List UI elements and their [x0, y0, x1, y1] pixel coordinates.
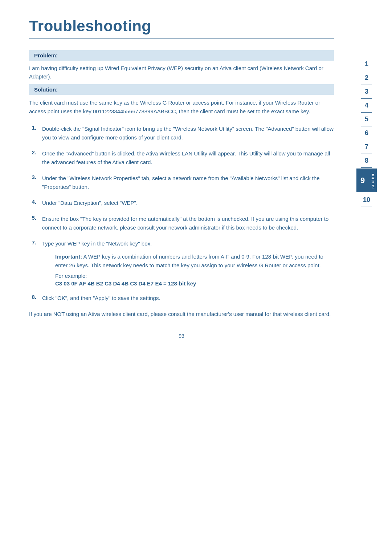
- page-number: 93: [29, 333, 334, 339]
- step-number-5: 5.: [29, 215, 36, 221]
- step-number-2: 2.: [29, 149, 36, 155]
- solution-box: Solution:: [29, 84, 334, 95]
- sidebar-item-7[interactable]: 7: [359, 141, 375, 153]
- sidebar-item-4[interactable]: 4: [359, 100, 375, 111]
- important-label: Important:: [55, 253, 82, 260]
- sidebar-num-10: 10: [363, 196, 370, 203]
- sidebar-num-7: 7: [365, 143, 368, 150]
- step-7-sub: Important: A WEP key is a combination of…: [42, 252, 334, 287]
- step-text-5: Ensure the box "The key is provided for …: [42, 215, 334, 232]
- sidebar-num-9-active: 9: [356, 169, 369, 192]
- sidebar-divider-5: [361, 126, 372, 126]
- sidebar-item-6[interactable]: 6: [359, 127, 375, 139]
- sidebar-num-1: 1: [365, 60, 368, 68]
- sidebar-divider-4: [361, 112, 372, 113]
- step-text-8: Click "OK", and then "Apply" to save the…: [42, 294, 334, 303]
- step-number-7: 7.: [29, 239, 36, 245]
- example-key: C3 03 0F AF 4B B2 C3 D4 4B C3 D4 E7 E4 =…: [55, 280, 334, 287]
- step-item-1: 1. Double-click the "Signal Indicator" i…: [29, 125, 334, 142]
- sidebar-item-2[interactable]: 2: [359, 72, 375, 84]
- step-number-4: 4.: [29, 199, 36, 205]
- sidebar-item-10[interactable]: 10: [359, 194, 375, 206]
- problem-label: Problem:: [34, 52, 58, 58]
- page-container: Troubleshooting Problem: I am having dif…: [0, 0, 392, 560]
- sidebar-item-9-active-group[interactable]: 9 section: [356, 169, 377, 192]
- step-text-4: Under "Data Encryption", select "WEP".: [42, 199, 334, 207]
- step-number-8: 8.: [29, 294, 36, 300]
- sidebar-divider-9: [361, 193, 372, 193]
- solution-label: Solution:: [34, 86, 58, 93]
- problem-text: I am having difficulty setting up Wired …: [29, 64, 334, 81]
- sidebar-num-3: 3: [365, 88, 368, 95]
- step-number-1: 1.: [29, 125, 36, 131]
- solution-text: The client card must use the same key as…: [29, 98, 334, 116]
- step-item-7: 7. Type your WEP key in the "Network key…: [29, 239, 334, 287]
- problem-box: Problem:: [29, 50, 334, 61]
- step-text-2: Once the "Advanced" button is clicked, t…: [42, 149, 334, 167]
- sidebar-num-2: 2: [365, 74, 368, 81]
- sidebar-num-5: 5: [365, 115, 368, 123]
- step-number-3: 3.: [29, 174, 36, 180]
- step-item-3: 3. Under the "Wireless Network Propertie…: [29, 174, 334, 191]
- sidebar-divider-6: [361, 140, 372, 140]
- sidebar-section-label: section: [369, 169, 377, 192]
- step-7-important-text: A WEP key is a combination of numbers an…: [55, 253, 323, 268]
- step-text-3: Under the "Wireless Network Properties" …: [42, 174, 334, 191]
- sidebar-divider-3: [361, 98, 372, 99]
- sidebar-num-6: 6: [365, 129, 368, 137]
- step-item-4: 4. Under "Data Encryption", select "WEP"…: [29, 199, 334, 207]
- footer-note: If you are NOT using an Ativa wireless c…: [29, 310, 334, 318]
- sidebar-num-8: 8: [365, 157, 368, 164]
- page-title: Troubleshooting: [29, 17, 334, 35]
- sidebar: 1 2 3 4 5 6 7: [356, 0, 377, 560]
- sidebar-num-4: 4: [365, 102, 368, 109]
- step-text-7: Type your WEP key in the "Network key" b…: [42, 240, 152, 247]
- step-item-2: 2. Once the "Advanced" button is clicked…: [29, 149, 334, 167]
- title-divider: [29, 38, 334, 38]
- sidebar-divider-8: [361, 167, 372, 168]
- sidebar-divider-1: [361, 71, 372, 71]
- sidebar-divider-7: [361, 154, 372, 154]
- main-content: Troubleshooting Problem: I am having dif…: [0, 0, 356, 560]
- step-item-5: 5. Ensure the box "The key is provided f…: [29, 215, 334, 232]
- steps-list: 1. Double-click the "Signal Indicator" i…: [29, 125, 334, 303]
- example-label: For example:: [55, 273, 334, 279]
- sidebar-item-1[interactable]: 1: [359, 58, 375, 70]
- sidebar-item-8[interactable]: 8: [359, 155, 375, 167]
- sidebar-divider-2: [361, 85, 372, 85]
- sidebar-item-5[interactable]: 5: [359, 113, 375, 125]
- step-7-important: Important: A WEP key is a combination of…: [55, 252, 334, 270]
- step-item-8: 8. Click "OK", and then "Apply" to save …: [29, 294, 334, 303]
- sidebar-divider-10: [361, 207, 372, 207]
- step-text-1: Double-click the "Signal Indicator" icon…: [42, 125, 334, 142]
- sidebar-item-3[interactable]: 3: [359, 86, 375, 98]
